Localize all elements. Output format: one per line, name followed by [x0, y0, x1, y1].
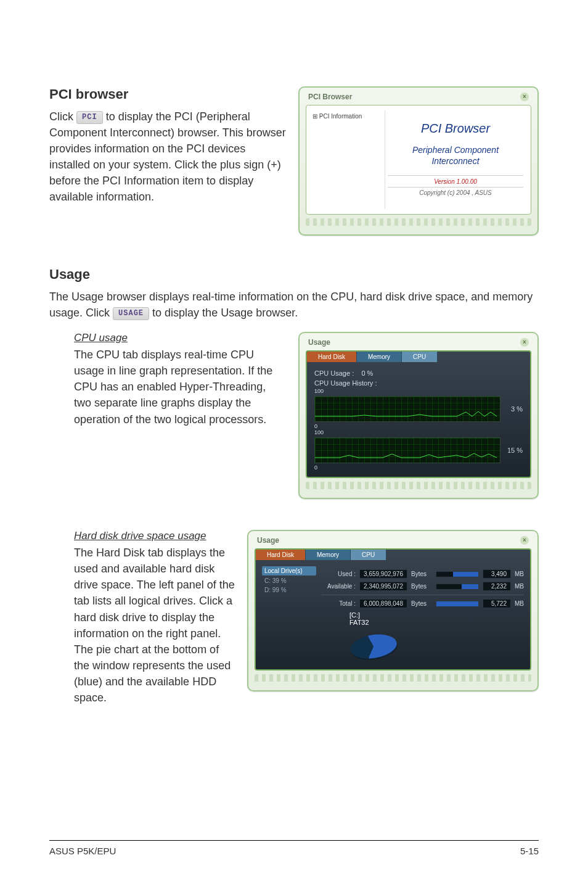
pci-subheading: Peripheral Component Interconnect	[388, 144, 523, 167]
total-mb-unit: MB	[515, 600, 524, 607]
used-bar	[436, 571, 479, 577]
usage-intro-post: to display the Usage browser.	[152, 307, 298, 319]
axis-bot-2: 0	[314, 464, 317, 471]
used-bytes: 3,659,902,976	[359, 569, 407, 579]
drive-item-d[interactable]: D: 99 %	[262, 586, 316, 594]
pci-icon-button[interactable]: PCI	[76, 111, 103, 124]
tab-memory[interactable]: Memory	[306, 550, 351, 560]
window-resize-grip[interactable]	[255, 674, 531, 682]
separator	[321, 595, 524, 595]
usage-tabs: Hard Disk Memory CPU	[256, 550, 530, 560]
usage-icon-button[interactable]: USAGE	[113, 307, 149, 320]
pci-window-title: PCI Browser	[308, 93, 352, 101]
tab-memory[interactable]: Memory	[357, 352, 402, 362]
pci-body-post: to display the PCI (Peripheral Component…	[49, 110, 286, 203]
hdd-window-title: Usage	[257, 536, 279, 545]
avail-label: Available :	[321, 583, 356, 590]
tab-hard-disk[interactable]: Hard Disk	[307, 352, 357, 362]
pci-version: Version 1.00.00	[388, 175, 523, 185]
hdd-row-available: Available : 2,340,995,072 Bytes 2,232 MB	[321, 582, 524, 591]
pci-body-pre: Click	[49, 110, 76, 123]
cpu-history-label: CPU Usage History :	[314, 379, 523, 387]
cpu-line-2	[315, 452, 500, 459]
avail-mb: 2,232	[483, 582, 511, 591]
used-unit: Bytes	[411, 571, 432, 577]
footer-left: ASUS P5K/EPU	[49, 846, 116, 856]
usage-intro: The Usage browser displays real-time inf…	[49, 289, 539, 321]
avail-bytes: 2,340,995,072	[359, 582, 407, 591]
axis-bot-1: 0	[314, 423, 317, 429]
drive-item-c[interactable]: C: 39 %	[262, 576, 316, 586]
window-resize-grip[interactable]	[306, 482, 531, 489]
total-label: Total :	[321, 600, 356, 607]
pci-tree-root[interactable]: PCI Information	[319, 113, 362, 120]
used-label: Used :	[321, 571, 356, 577]
hdd-usage-body: The Hard Disk tab displays the used and …	[74, 545, 235, 706]
local-drives-header: Local Drive(s)	[262, 566, 316, 576]
tab-cpu[interactable]: CPU	[402, 352, 438, 362]
used-mb: 3,490	[483, 569, 511, 579]
close-icon[interactable]: ×	[520, 338, 529, 347]
cpu-usage-body: The CPU tab displays real-time CPU usage…	[74, 347, 286, 427]
avail-mb-unit: MB	[515, 583, 524, 590]
total-bytes: 6,000,898,048	[359, 599, 407, 608]
hdd-row-total: Total : 6,000,898,048 Bytes 5,722 MB	[321, 599, 524, 608]
avail-unit: Bytes	[411, 583, 432, 590]
hdd-row-used: Used : 3,659,902,976 Bytes 3,490 MB	[321, 569, 524, 579]
hdd-pie-chart	[345, 630, 402, 663]
cpu-usage-value: 0 %	[361, 369, 373, 377]
hdd-usage-heading: Hard disk drive space usage	[74, 530, 235, 542]
drive-id: [C:]	[349, 611, 360, 619]
usage-section-title: Usage	[49, 266, 539, 283]
window-resize-grip[interactable]	[306, 218, 531, 226]
tab-hard-disk[interactable]: Hard Disk	[256, 550, 306, 560]
pci-browser-window: PCI Browser × ⊞ PCI Information PCI Brow…	[298, 86, 539, 236]
avail-bar	[436, 584, 479, 590]
cpu-usage-label: CPU Usage :	[314, 369, 354, 377]
footer-right: 5-15	[520, 846, 539, 856]
drive-fs: FAT32	[349, 619, 369, 626]
tree-expand-icon[interactable]: ⊞	[312, 113, 319, 120]
hdd-usage-window: Usage × Hard Disk Memory CPU Local Drive…	[247, 530, 539, 691]
close-icon[interactable]: ×	[520, 93, 529, 101]
total-unit: Bytes	[411, 600, 432, 607]
close-icon[interactable]: ×	[520, 536, 529, 545]
cpu-graph-2	[314, 437, 500, 463]
pci-body-text: Click PCI to display the PCI (Peripheral…	[49, 109, 286, 205]
cpu-window-title: Usage	[308, 338, 330, 347]
pci-heading: PCI Browser	[388, 122, 523, 136]
total-bar	[436, 601, 479, 607]
cpu-line-1	[315, 410, 500, 418]
axis-top-2: 100	[314, 429, 324, 435]
cpu-usage-heading: CPU usage	[74, 332, 286, 344]
used-mb-unit: MB	[515, 571, 524, 577]
pci-tree[interactable]: ⊞ PCI Information	[311, 110, 385, 209]
cpu-pct-2: 15 %	[504, 447, 523, 454]
cpu-pct-1: 3 %	[504, 405, 523, 413]
total-mb: 5,722	[483, 599, 511, 608]
cpu-usage-window: Usage × Hard Disk Memory CPU CPU Usage :…	[298, 332, 539, 499]
usage-tabs: Hard Disk Memory CPU	[307, 352, 530, 362]
page-footer: ASUS P5K/EPU 5-15	[49, 840, 539, 856]
tab-cpu[interactable]: CPU	[351, 550, 386, 560]
pci-copyright: Copyright (c) 2004 , ASUS	[388, 187, 523, 196]
pci-section-title: PCI browser	[49, 86, 286, 102]
axis-top-1: 100	[314, 388, 324, 394]
cpu-graph-1	[314, 396, 500, 422]
